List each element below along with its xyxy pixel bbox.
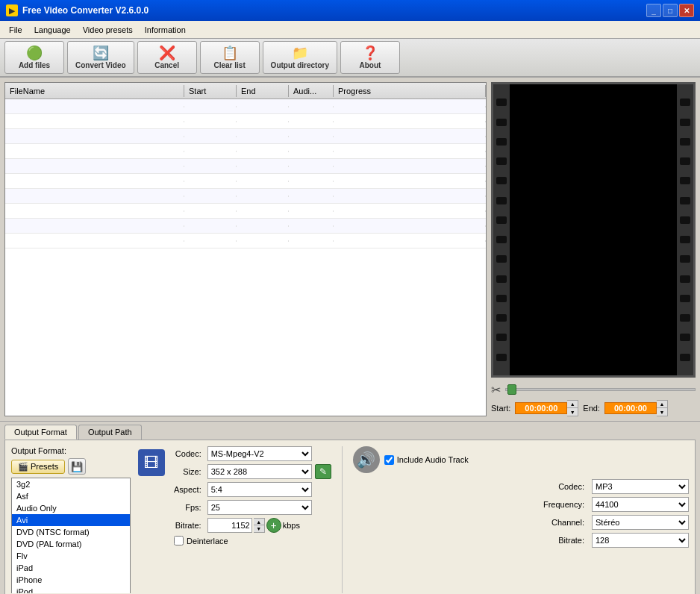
list-item[interactable]: iPad: [12, 562, 130, 574]
film-hole: [680, 314, 690, 322]
format-list-section: Output Format: 🎬 Presets 💾 3g2AsfAudio O…: [11, 446, 131, 593]
timeline-handle[interactable]: [507, 384, 516, 395]
bitrate-input[interactable]: [207, 518, 252, 533]
audio-channel-select[interactable]: StéréoMono: [592, 515, 689, 530]
video-settings-icon: 🎞: [138, 449, 165, 476]
start-time-down[interactable]: ▼: [567, 408, 578, 416]
end-time-up[interactable]: ▲: [657, 401, 667, 408]
table-row: [5, 99, 486, 114]
end-time-down[interactable]: ▼: [657, 408, 667, 416]
end-time-spin[interactable]: ▲ ▼: [657, 400, 668, 416]
audio-frequency-select[interactable]: 441002205011025: [592, 497, 689, 512]
format-controls: Output Format:: [11, 446, 131, 455]
timeline-track[interactable]: [505, 388, 696, 391]
window-controls: _ □ ✕: [646, 4, 694, 17]
list-item[interactable]: DVD (PAL format): [12, 538, 130, 550]
film-hole: [496, 314, 507, 322]
include-audio-group: Include Audio Track: [384, 455, 469, 465]
size-label: Size:: [174, 467, 204, 476]
menu-information[interactable]: Information: [139, 24, 192, 36]
film-hole: [680, 255, 690, 263]
film-hole: [680, 275, 690, 283]
presets-icon: 🎬: [18, 462, 28, 472]
table-row: [5, 189, 486, 204]
fps-select[interactable]: 25243060: [207, 500, 312, 515]
film-hole: [680, 354, 690, 361]
film-hole: [496, 216, 507, 224]
about-button[interactable]: ❓ About: [340, 41, 400, 74]
film-hole: [496, 197, 507, 204]
film-hole: [680, 295, 690, 302]
video-icon-area: 🎞: [138, 446, 168, 593]
toolbar: 🟢 Add files 🔄 Convert Video ❌ Cancel 📋 C…: [0, 39, 700, 78]
end-time-input-group: 00:00:00 ▲ ▼: [604, 400, 668, 416]
bitrate-spin[interactable]: ▲ ▼: [254, 518, 265, 533]
clear-label: Clear list: [213, 61, 245, 69]
convert-video-button[interactable]: 🔄 Convert Video: [67, 41, 134, 74]
col-header-filename[interactable]: FileName: [5, 85, 184, 97]
list-item[interactable]: Asf: [12, 490, 130, 502]
list-item[interactable]: Audio Only: [12, 502, 130, 514]
end-label: End:: [583, 404, 600, 413]
cancel-label: Cancel: [154, 61, 179, 69]
film-hole: [680, 99, 690, 106]
audio-bitrate-label: Bitrate:: [353, 536, 587, 545]
deinterlace-checkbox[interactable]: [174, 536, 184, 545]
format-listbox[interactable]: 3g2AsfAudio OnlyAviDVD (NTSC format)DVD …: [11, 478, 131, 593]
add-files-label: Add files: [19, 61, 50, 69]
list-item[interactable]: Avi: [12, 514, 130, 526]
clear-icon: 📋: [222, 46, 238, 60]
settings-grid: Codec: MS-Mpeg4-V2XvidH.264H.265 Size: 3…: [174, 446, 331, 545]
presets-button[interactable]: 🎬 Presets: [11, 460, 65, 474]
list-item[interactable]: 3g2: [12, 478, 130, 490]
file-cell: [5, 106, 184, 107]
codec-select[interactable]: MS-Mpeg4-V2XvidH.264H.265: [207, 446, 312, 461]
size-select[interactable]: 352 x 288640 x 4801280 x 7201920 x 1080: [207, 464, 312, 479]
col-header-end[interactable]: End: [237, 85, 289, 97]
time-inputs-row: Start: 00:00:00 ▲ ▼ End: 00:00:00 ▲ ▼: [491, 400, 696, 416]
minimize-button[interactable]: _: [646, 4, 661, 17]
audio-codec-select[interactable]: MP3AACOGGWMA: [592, 479, 689, 494]
start-time-up[interactable]: ▲: [567, 401, 578, 408]
about-label: About: [360, 61, 381, 69]
list-item[interactable]: Flv: [12, 550, 130, 562]
cancel-button[interactable]: ❌ Cancel: [137, 41, 197, 74]
file-cell: [184, 106, 237, 107]
main-content: FileName Start End Audi... Progress: [0, 78, 700, 421]
table-row: [5, 234, 486, 248]
col-header-start[interactable]: Start: [184, 85, 237, 97]
start-time-spin[interactable]: ▲ ▼: [567, 400, 578, 416]
table-row: [5, 129, 486, 144]
bitrate-label: Bitrate:: [174, 521, 204, 530]
fps-label: Fps:: [174, 503, 204, 512]
restore-button[interactable]: □: [663, 4, 678, 17]
add-files-button[interactable]: 🟢 Add files: [4, 41, 64, 74]
menu-language[interactable]: Language: [28, 24, 77, 36]
col-header-progress[interactable]: Progress: [334, 85, 486, 97]
tab-output-format[interactable]: Output Format: [4, 425, 77, 440]
clear-list-button[interactable]: 📋 Clear list: [200, 41, 260, 74]
menu-video-presets[interactable]: Video presets: [77, 24, 139, 36]
tab-bar: Output Format Output Path: [0, 422, 700, 440]
table-row: [5, 204, 486, 219]
size-edit-button[interactable]: ✎: [315, 464, 331, 479]
bitrate-add-button[interactable]: +: [266, 518, 281, 533]
bitrate-up[interactable]: ▲: [254, 519, 264, 525]
save-preset-button[interactable]: 💾: [68, 458, 86, 475]
tab-output-path[interactable]: Output Path: [78, 425, 142, 440]
end-time-display: 00:00:00: [604, 402, 657, 414]
list-item[interactable]: DVD (NTSC format): [12, 526, 130, 538]
audio-bitrate-select[interactable]: 128192256320: [592, 533, 689, 548]
include-audio-checkbox[interactable]: [384, 455, 394, 465]
file-list-body[interactable]: [5, 99, 486, 416]
bitrate-down[interactable]: ▼: [254, 525, 264, 532]
close-button[interactable]: ✕: [679, 4, 694, 17]
list-item[interactable]: iPhone: [12, 574, 130, 586]
list-item[interactable]: iPod: [12, 586, 130, 593]
menu-file[interactable]: File: [3, 24, 28, 36]
col-header-audio[interactable]: Audi...: [289, 85, 334, 97]
output-directory-button[interactable]: 📁 Output directory: [263, 41, 337, 74]
aspect-select[interactable]: 5:44:316:9: [207, 482, 312, 497]
app-title: Free Video Converter V2.6.0.0: [22, 5, 149, 16]
film-hole: [680, 216, 690, 224]
